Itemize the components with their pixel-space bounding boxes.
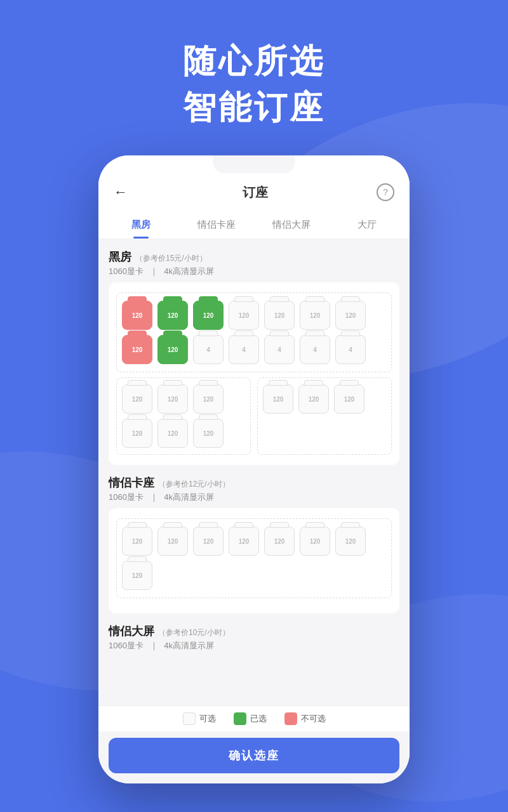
tab-bar: 黑房 情侣卡座 情侣大屏 大厅 — [98, 210, 410, 239]
seat-3-2[interactable]: 120 — [157, 384, 188, 414]
seat-2-3[interactable]: 4 — [193, 335, 224, 364]
legend-selected: 已选 — [234, 712, 267, 725]
section-kazuo-header: 情侣卡座 （参考价12元/小时） 1060显卡 ｜ 4k高清显示屏 — [109, 475, 399, 503]
seat-1-2[interactable]: 120 — [157, 301, 188, 330]
seat-5-1[interactable]: 120 — [263, 384, 293, 414]
section-qinglv-kazuo: 情侣卡座 （参考价12元/小时） 1060显卡 ｜ 4k高清显示屏 120 12… — [109, 475, 399, 613]
seat-card-heifang: 120 120 120 120 120 120 120 120 120 — [109, 282, 399, 465]
tab-qinglv-daping[interactable]: 情侣大屏 — [254, 210, 330, 239]
legend-available: 可选 — [183, 712, 216, 725]
app-screen: ← 订座 ? 黑房 情侣卡座 情侣大屏 大厅 — [98, 155, 410, 783]
kazuo-seat-7[interactable]: 120 — [335, 527, 366, 556]
phone-mockup: ← 订座 ? 黑房 情侣卡座 情侣大屏 大厅 — [98, 155, 410, 783]
hero-line2: 智能订座 — [183, 89, 325, 126]
seat-2-6[interactable]: 4 — [300, 335, 330, 364]
kazuo-grid: 120 120 120 120 120 120 120 120 — [116, 518, 392, 598]
legend-unavailable: 不可选 — [284, 712, 326, 725]
section-kazuo-title: 情侣卡座 — [109, 475, 154, 490]
seat-4-3[interactable]: 120 — [193, 419, 224, 448]
legend-unavailable-box — [284, 712, 297, 725]
seat-2-2[interactable]: 120 — [157, 335, 188, 364]
seat-col-right: 120 120 120 — [257, 377, 392, 455]
help-button[interactable]: ? — [377, 183, 394, 201]
legend-selected-label: 已选 — [250, 713, 267, 724]
kazuo-seat-5[interactable]: 120 — [264, 527, 295, 556]
seat-1-4[interactable]: 120 — [229, 301, 259, 330]
seat-2-5[interactable]: 4 — [264, 335, 295, 364]
section-daping-header: 情侣大屏 （参考价10元/小时） 1060显卡 ｜ 4k高清显示屏 — [109, 624, 399, 652]
seat-row-4: 120 120 120 — [122, 419, 245, 448]
page-title: 订座 — [243, 184, 268, 201]
seat-2-4[interactable]: 4 — [229, 335, 259, 364]
phone-notch — [213, 155, 295, 173]
kazuo-seat-6[interactable]: 120 — [300, 527, 330, 556]
kazuo-seat-3[interactable]: 120 — [193, 527, 224, 556]
legend-available-label: 可选 — [199, 713, 216, 724]
confirm-button[interactable]: 确认选座 — [109, 738, 399, 773]
tab-dating[interactable]: 大厅 — [330, 210, 405, 239]
seat-1-5[interactable]: 120 — [264, 301, 295, 330]
section-daping-title: 情侣大屏 — [109, 624, 154, 639]
seat-2-1[interactable]: 120 — [122, 335, 152, 364]
legend-selected-box — [234, 712, 246, 725]
seat-2-7[interactable]: 4 — [335, 335, 366, 364]
seat-row-1: 120 120 120 120 120 120 120 — [122, 301, 386, 330]
seat-5-2[interactable]: 120 — [298, 384, 329, 414]
seat-card-kazuo: 120 120 120 120 120 120 120 120 — [109, 508, 399, 613]
legend-unavailable-label: 不可选 — [301, 713, 326, 724]
seat-row-5: 120 120 120 — [263, 384, 386, 414]
hero-section: 随心所选 智能订座 — [0, 38, 508, 131]
seat-3-1[interactable]: 120 — [122, 384, 152, 414]
seat-col-left: 120 120 120 120 120 120 — [116, 377, 251, 455]
section-kazuo-desc: 1060显卡 ｜ 4k高清显示屏 — [109, 492, 399, 503]
section-heifang-title: 黑房 — [109, 249, 131, 265]
seat-1-3[interactable]: 120 — [193, 301, 224, 330]
seat-1-1[interactable]: 120 — [122, 301, 152, 330]
tab-qinglv-kazuo[interactable]: 情侣卡座 — [179, 210, 255, 239]
section-heifang-header: 黑房 （参考价15元/小时） 1060显卡 ｜ 4k高清显示屏 — [109, 249, 399, 277]
legend-bar: 可选 已选 不可选 — [98, 705, 410, 731]
seat-4-2[interactable]: 120 — [157, 419, 188, 448]
section-daping-price: （参考价10元/小时） — [158, 627, 230, 638]
seat-row-2: 120 120 4 4 4 4 4 — [122, 335, 386, 364]
seat-4-1[interactable]: 120 — [122, 419, 152, 448]
seat-grid-main: 120 120 120 120 120 120 120 120 120 — [116, 292, 392, 372]
kazuo-row-1: 120 120 120 120 120 120 120 120 — [122, 527, 386, 590]
kazuo-seat-2[interactable]: 120 — [157, 527, 188, 556]
section-heifang-price: （参考价15元/小时） — [135, 253, 207, 264]
seat-5-3[interactable]: 120 — [334, 384, 364, 414]
back-button[interactable]: ← — [114, 184, 134, 200]
kazuo-seat-1[interactable]: 120 — [122, 527, 152, 556]
kazuo-seat-8[interactable]: 120 — [122, 561, 152, 590]
tab-heifang[interactable]: 黑房 — [104, 210, 179, 239]
section-kazuo-price: （参考价12元/小时） — [158, 479, 230, 490]
section-heifang: 黑房 （参考价15元/小时） 1060显卡 ｜ 4k高清显示屏 120 — [109, 249, 399, 465]
seat-3-3[interactable]: 120 — [193, 384, 224, 414]
hero-line1: 随心所选 — [183, 43, 325, 79]
section-daping-desc: 1060显卡 ｜ 4k高清显示屏 — [109, 640, 399, 652]
seat-1-6[interactable]: 120 — [300, 301, 330, 330]
seat-two-col: 120 120 120 120 120 120 — [116, 377, 392, 455]
seat-1-7[interactable]: 120 — [335, 301, 366, 330]
kazuo-seat-4[interactable]: 120 — [229, 527, 259, 556]
section-heifang-desc: 1060显卡 ｜ 4k高清显示屏 — [109, 266, 399, 277]
legend-available-box — [183, 712, 196, 725]
seat-row-3: 120 120 120 — [122, 384, 245, 414]
section-qinglv-daping: 情侣大屏 （参考价10元/小时） 1060显卡 ｜ 4k高清显示屏 — [109, 624, 399, 657]
content-scroll[interactable]: 黑房 （参考价15元/小时） 1060显卡 ｜ 4k高清显示屏 120 — [98, 239, 410, 705]
